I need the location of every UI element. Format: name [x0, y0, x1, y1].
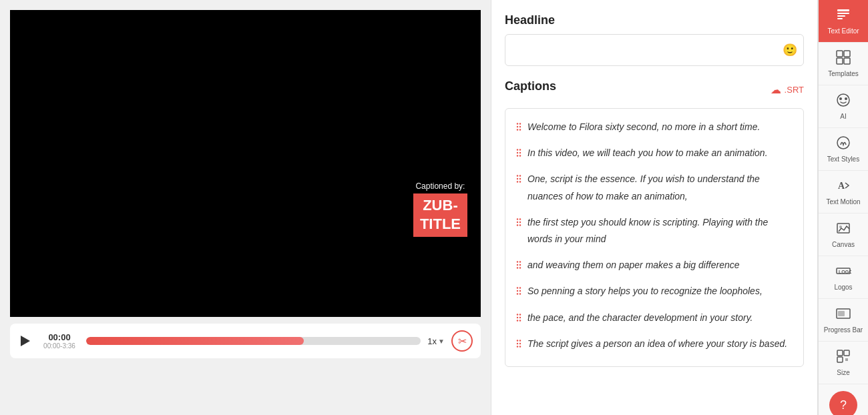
drag-handle[interactable]	[515, 312, 522, 322]
subtitle-line1: ZUB-	[420, 196, 461, 216]
drag-handle[interactable]	[515, 285, 522, 296]
speed-chevron-icon: ▼	[438, 338, 445, 345]
svg-point-17	[519, 181, 521, 183]
svg-point-37	[519, 314, 521, 315]
right-sidebar: Text Editor Templates AI	[818, 0, 868, 415]
svg-point-27	[519, 264, 521, 266]
caption-text[interactable]: Welcome to Filora sixty second, no more …	[527, 119, 793, 135]
left-panel: Captioned by: ZUB- TITLE 00:00 00:00-3:3…	[0, 0, 491, 415]
scissors-button[interactable]: ✂	[451, 330, 473, 352]
sidebar-item-size[interactable]: Size	[819, 342, 868, 384]
caption-text[interactable]: In this video, we will teach you how to …	[527, 145, 793, 161]
svg-point-38	[517, 316, 518, 318]
ai-icon	[835, 92, 851, 110]
sidebar-item-logos[interactable]: LOGO Logos	[819, 256, 868, 299]
upgrade-button[interactable]: ? Upgrade	[819, 384, 868, 415]
caption-line: Welcome to Filora sixty second, no more …	[515, 119, 793, 135]
sidebar-item-progress-bar[interactable]: Progress Bar	[819, 299, 868, 342]
svg-rect-51	[837, 18, 843, 19]
captions-box: Welcome to Filora sixty second, no more …	[505, 108, 804, 367]
svg-point-0	[517, 123, 518, 124]
drag-handle[interactable]	[515, 216, 522, 227]
svg-point-46	[517, 346, 518, 347]
sidebar-label-text-editor: Text Editor	[827, 27, 859, 35]
caption-text[interactable]: the pace, and the character development …	[527, 310, 793, 326]
sidebar-item-text-styles[interactable]: Text Styles	[819, 128, 868, 171]
svg-point-3	[519, 126, 521, 127]
caption-line: the pace, and the character development …	[515, 310, 793, 326]
middle-panel: Headline 🙂 Captions ☁ .SRT	[491, 0, 818, 415]
sidebar-item-text-editor[interactable]: Text Editor	[819, 0, 868, 43]
sidebar-label-progress-bar: Progress Bar	[824, 326, 863, 334]
play-button[interactable]	[18, 334, 33, 348]
caption-text[interactable]: The script gives a person an idea of whe…	[527, 336, 793, 352]
caption-text[interactable]: One, script is the essence. If you wish …	[527, 171, 793, 204]
sidebar-item-templates[interactable]: Templates	[819, 43, 868, 85]
sidebar-label-text-styles: Text Styles	[827, 155, 859, 163]
svg-point-15	[519, 178, 521, 179]
caption-line: So penning a story helps you to recogniz…	[515, 283, 793, 300]
svg-rect-52	[837, 51, 843, 57]
time-total: 00:00-3:36	[43, 342, 75, 350]
caption-text[interactable]: and weaving them on paper makes a big di…	[527, 257, 793, 274]
svg-point-56	[837, 94, 849, 106]
text-editor-icon	[835, 7, 851, 25]
caption-text[interactable]: So penning a story helps you to recogniz…	[527, 283, 793, 300]
progress-bar[interactable]	[86, 337, 421, 345]
svg-rect-48	[837, 9, 849, 11]
caption-line: and weaving them on paper makes a big di…	[515, 257, 793, 274]
svg-point-20	[517, 222, 518, 223]
headline-label: Headline	[505, 13, 804, 27]
sidebar-label-logos: Logos	[834, 284, 852, 292]
sidebar-label-text-motion: Text Motion	[826, 198, 860, 206]
time-current: 00:00	[48, 332, 70, 342]
svg-point-19	[519, 218, 521, 220]
svg-point-8	[517, 152, 518, 153]
svg-point-30	[517, 288, 518, 289]
play-icon	[21, 336, 30, 346]
emoji-button[interactable]: 🙂	[783, 43, 797, 57]
srt-label: .SRT	[785, 85, 804, 95]
size-icon	[835, 348, 851, 366]
svg-point-34	[517, 294, 518, 295]
drag-handle[interactable]	[515, 259, 522, 270]
svg-point-22	[517, 224, 518, 226]
svg-point-43	[519, 340, 521, 341]
sidebar-item-canvas[interactable]: Canvas	[819, 214, 868, 256]
scissors-icon: ✂	[458, 335, 467, 348]
svg-point-28	[517, 267, 518, 268]
time-display: 00:00 00:00-3:36	[39, 332, 79, 350]
drag-handle[interactable]	[515, 121, 522, 131]
svg-text:LOGO: LOGO	[839, 270, 851, 274]
progress-fill	[86, 337, 304, 345]
svg-point-4	[517, 129, 518, 130]
svg-rect-66	[838, 311, 845, 316]
sidebar-label-templates: Templates	[828, 70, 859, 78]
drag-handle[interactable]	[515, 147, 522, 157]
progress-bar-icon	[835, 306, 851, 324]
svg-point-29	[519, 267, 521, 268]
svg-rect-70	[845, 358, 848, 361]
svg-point-42	[517, 340, 518, 341]
svg-point-23	[519, 224, 521, 226]
caption-text[interactable]: the first step you should know is script…	[527, 214, 793, 248]
svg-point-1	[519, 123, 521, 124]
video-preview: Captioned by: ZUB- TITLE	[10, 10, 481, 317]
drag-handle[interactable]	[515, 338, 522, 348]
headline-input[interactable]	[505, 34, 804, 66]
sidebar-item-ai[interactable]: AI	[819, 85, 868, 128]
svg-point-13	[519, 175, 521, 177]
svg-point-14	[517, 178, 518, 179]
speed-selector[interactable]: 1x ▼	[427, 336, 445, 346]
editor-scroll-area[interactable]: Headline 🙂 Captions ☁ .SRT	[491, 0, 817, 415]
svg-point-58	[845, 97, 847, 100]
svg-rect-55	[844, 58, 850, 64]
svg-point-7	[519, 149, 521, 150]
sidebar-item-text-motion[interactable]: A Text Motion	[819, 171, 868, 214]
drag-handle[interactable]	[515, 173, 522, 183]
srt-upload-button[interactable]: ☁ .SRT	[771, 83, 804, 96]
svg-point-35	[519, 294, 521, 295]
caption-line: The script gives a person an idea of whe…	[515, 336, 793, 352]
svg-point-32	[517, 290, 518, 292]
svg-point-2	[517, 126, 518, 127]
